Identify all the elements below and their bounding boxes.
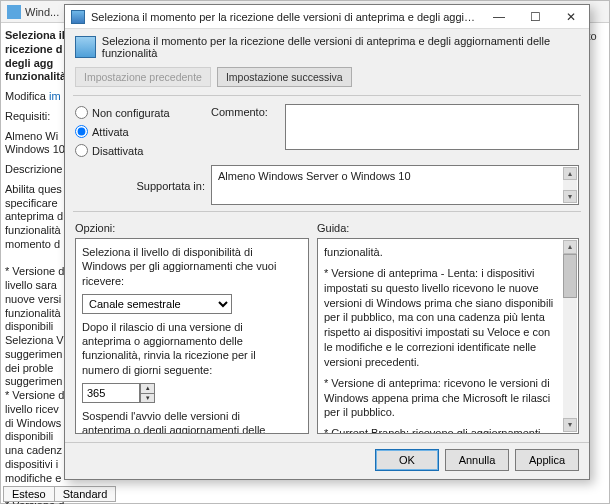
dialog-footer: OK Annulla Applica [65,442,589,479]
days-spinner[interactable]: ▴▾ [140,383,155,403]
radio-enabled-input[interactable] [75,125,88,138]
channel-select[interactable]: Canale semestrale [82,294,232,314]
supported-box: Almeno Windows Server o Windows 10 ▴▾ [211,165,579,205]
supported-text: Almeno Windows Server o Windows 10 [218,170,411,182]
guide-label: Guida: [317,222,579,234]
parent-window-title: Wind... [25,6,59,18]
header-icon [75,36,96,58]
close-button[interactable]: ✕ [553,5,589,29]
supported-scrollbar[interactable]: ▴▾ [563,167,577,203]
tab-esteso[interactable]: Esteso [3,486,55,502]
divider [73,95,581,96]
apply-button[interactable]: Applica [515,449,579,471]
panes-header: Opzioni: Guida: [65,216,589,236]
radio-disabled-input[interactable] [75,144,88,157]
header-text: Seleziona il momento per la ricezione de… [102,35,579,59]
minimize-button[interactable]: — [481,5,517,29]
radio-not-configured-input[interactable] [75,106,88,119]
opt-p2: Dopo il rilascio di una versione di ante… [82,320,286,377]
radio-not-configured[interactable]: Non configurata [75,106,205,119]
radio-disabled[interactable]: Disattivata [75,144,205,157]
arrow-up-icon[interactable]: ▴ [563,240,577,254]
spin-down-icon[interactable]: ▾ [140,393,155,403]
dialog-titlebar[interactable]: Seleziona il momento per la ricezione de… [65,5,589,29]
nav-buttons: Impostazione precedente Impostazione suc… [65,63,589,95]
parent-tabs: Esteso Standard [3,486,115,502]
parent-window-icon [7,5,21,19]
scroll-thumb[interactable] [563,254,577,298]
arrow-up-icon[interactable]: ▴ [563,167,577,180]
guide-p: * Versione di anteprima: ricevono le ver… [324,376,556,421]
guide-p: funzionalità. [324,245,556,260]
radio-enabled[interactable]: Attivata [75,125,205,138]
cancel-button[interactable]: Annulla [445,449,509,471]
arrow-down-icon[interactable]: ▾ [563,190,577,203]
maximize-button[interactable]: ☐ [517,5,553,29]
spin-up-icon[interactable]: ▴ [140,383,155,393]
days-input[interactable] [82,383,140,403]
tab-standard[interactable]: Standard [54,486,117,502]
arrow-down-icon[interactable]: ▾ [563,418,577,432]
scroll-track[interactable] [563,298,577,418]
policy-dialog: Seleziona il momento per la ricezione de… [64,4,590,480]
dialog-icon [71,10,85,24]
divider [73,211,581,212]
next-setting-button[interactable]: Impostazione successiva [217,67,352,87]
supported-row: Supportata in: Almeno Windows Server o W… [65,165,589,211]
guide-scrollbar[interactable]: ▴ ▾ [563,240,577,432]
prev-setting-button[interactable]: Impostazione precedente [75,67,211,87]
opt-p1: Seleziona il livello di disponibilità di… [82,245,286,288]
panes: Seleziona il livello di disponibilità di… [65,236,589,442]
dialog-title: Seleziona il momento per la ricezione de… [91,11,481,23]
comment-label: Commento: [211,104,281,118]
options-pane: Seleziona il livello di disponibilità di… [75,238,309,434]
comment-input[interactable] [285,104,579,150]
edit-link[interactable]: im [49,90,61,102]
guide-p: * Versione di anteprima - Lenta: i dispo… [324,266,556,370]
config-row: Non configurata Attivata Disattivata Com… [65,100,589,165]
supported-label: Supportata in: [75,178,205,192]
state-radios: Non configurata Attivata Disattivata [75,104,205,157]
guide-pane: funzionalità. * Versione di anteprima - … [317,238,579,434]
days-stepper: ▴▾ [82,383,286,403]
options-label: Opzioni: [75,222,309,234]
opt-p3: Sospendi l'avvio delle versioni di antep… [82,409,286,434]
guide-p: * Current Branch: ricevono gli aggiornam… [324,426,556,434]
ok-button[interactable]: OK [375,449,439,471]
dialog-header: Seleziona il momento per la ricezione de… [65,29,589,63]
